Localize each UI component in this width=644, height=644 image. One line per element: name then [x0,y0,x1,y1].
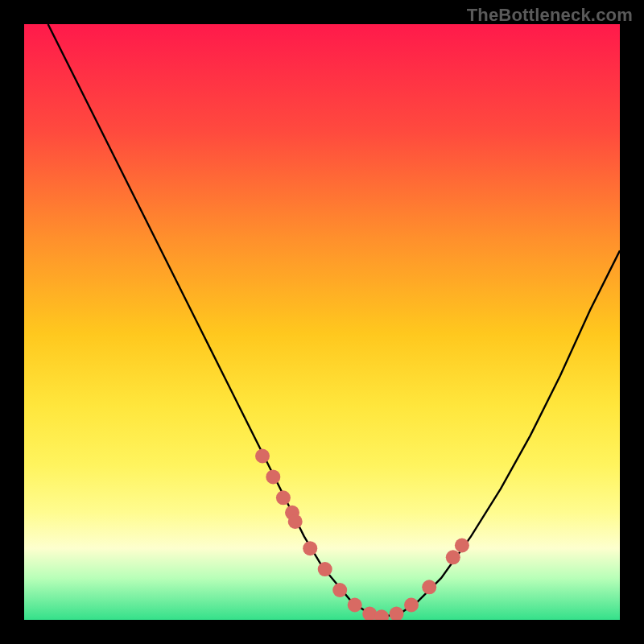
curve-marker-dot [404,598,419,613]
curve-marker-dot [266,469,280,484]
curve-marker-dot [318,562,332,576]
curve-marker-dot [374,609,389,620]
curve-marker-dot [446,550,460,564]
curve-marker-dot [390,607,404,620]
chart-plot-area [24,24,620,620]
curve-line [48,24,620,617]
curve-markers [255,449,469,621]
curve-marker-dot [276,490,291,505]
chart-frame: TheBottleneck.com [0,0,644,644]
curve-marker-dot [303,541,317,555]
curve-marker-dot [255,449,270,464]
watermark-text: TheBottleneck.com [467,5,633,26]
chart-svg [24,24,620,620]
curve-marker-dot [332,583,347,597]
curve-marker-dot [348,598,362,613]
curve-marker-dot [422,580,436,594]
curve-marker-dot [288,514,303,529]
curve-marker-dot [455,539,469,553]
